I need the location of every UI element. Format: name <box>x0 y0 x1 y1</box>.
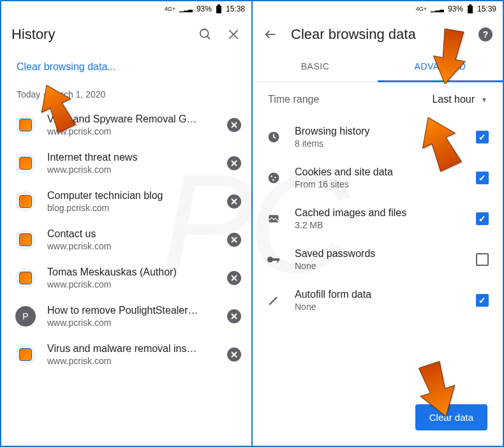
history-item-url: www.pcrisk.com <box>47 318 216 328</box>
favicon <box>15 153 36 173</box>
history-item-url: www.pcrisk.com <box>47 241 216 251</box>
tab-basic[interactable]: BASIC <box>253 52 378 82</box>
history-item[interactable]: PHow to remove PoulightStealer…www.pcris… <box>1 297 251 335</box>
search-icon[interactable] <box>198 27 213 42</box>
option-checkbox[interactable] <box>476 253 489 266</box>
svg-point-26 <box>274 177 276 179</box>
close-icon[interactable] <box>226 27 241 42</box>
history-item[interactable]: Virus and malware removal ins…www.pcrisk… <box>1 335 251 374</box>
favicon <box>15 115 36 135</box>
svg-rect-30 <box>272 258 279 261</box>
svg-point-29 <box>267 256 273 262</box>
status-bar: 4G+ ▁▂▃ 93% 15:38 <box>1 1 251 17</box>
option-title: Cookies and site data <box>295 166 462 178</box>
favicon <box>15 191 36 212</box>
svg-point-24 <box>269 173 279 184</box>
pencil-icon <box>267 294 281 307</box>
history-item-title: Computer technician blog <box>47 190 216 202</box>
svg-rect-1 <box>218 4 220 6</box>
history-item[interactable]: Contact uswww.pcrisk.com <box>1 221 251 259</box>
history-item-title: Internet threat news <box>47 152 216 163</box>
remove-history-item-button[interactable] <box>227 348 241 362</box>
history-list: Virus and Spyware Removal G…www.pcrisk.c… <box>1 106 251 446</box>
battery-icon <box>216 4 222 13</box>
remove-history-item-button[interactable] <box>227 233 241 247</box>
remove-history-item-button[interactable] <box>227 156 241 170</box>
battery-icon <box>467 4 473 13</box>
remove-history-item-button[interactable] <box>227 118 241 132</box>
option-subtitle: None <box>295 302 462 312</box>
cookie-icon <box>267 172 281 184</box>
time-range-value: Last hour <box>432 94 475 105</box>
history-item[interactable]: Tomas Meskauskas (Author)www.pcrisk.com <box>1 259 251 297</box>
option-subtitle: None <box>295 261 462 271</box>
svg-rect-31 <box>278 258 279 262</box>
history-item-url: www.pcrisk.com <box>47 126 216 136</box>
signal-icon: ▁▂▃ <box>179 6 193 12</box>
history-item[interactable]: Computer technician blogblog.pcrisk.com <box>1 182 251 221</box>
clear-option-key[interactable]: Saved passwordsNone <box>253 239 503 280</box>
svg-rect-20 <box>468 6 473 13</box>
clear-data-button[interactable]: Clear data <box>415 404 487 430</box>
chevron-down-icon: ▼ <box>481 96 487 103</box>
clear-option-image[interactable]: Cached images and files3.2 MB <box>253 198 503 239</box>
back-icon[interactable] <box>263 27 278 42</box>
history-item-title: Virus and Spyware Removal G… <box>47 114 216 125</box>
time-range-selector[interactable]: Time range Last hour ▼ <box>253 82 503 117</box>
history-item[interactable]: Virus and Spyware Removal G…www.pcrisk.c… <box>1 106 251 144</box>
status-time: 15:38 <box>226 4 245 13</box>
history-item-title: Tomas Meskauskas (Author) <box>47 267 216 278</box>
history-item-url: blog.pcrisk.com <box>47 203 216 213</box>
option-subtitle: 8 items <box>295 138 462 149</box>
favicon <box>15 230 36 250</box>
clear-option-cookie[interactable]: Cookies and site dataFrom 16 sites <box>253 158 503 198</box>
time-range-label: Time range <box>268 94 432 105</box>
remove-history-item-button[interactable] <box>227 309 241 323</box>
svg-point-27 <box>272 179 274 181</box>
option-checkbox[interactable] <box>476 294 489 307</box>
option-checkbox[interactable] <box>476 212 489 225</box>
svg-rect-21 <box>469 4 471 6</box>
history-date: Today - March 1, 2020 <box>1 82 251 106</box>
status-bar: 4G+ ▁▂▃ 93% 15:39 <box>253 1 503 17</box>
image-icon <box>267 212 281 225</box>
history-item-url: www.pcrisk.com <box>47 279 216 289</box>
option-title: Cached images and files <box>295 207 462 219</box>
clear-option-pencil[interactable]: Autofill form dataNone <box>253 280 503 321</box>
battery-pct: 93% <box>448 4 463 13</box>
tabs: BASIC ADVANCED <box>253 52 503 82</box>
status-time: 15:39 <box>477 4 496 13</box>
remove-history-item-button[interactable] <box>227 194 241 209</box>
history-item[interactable]: Internet threat newswww.pcrisk.com <box>1 144 251 182</box>
help-icon[interactable]: ? <box>478 27 493 41</box>
option-subtitle: 3.2 MB <box>295 220 462 230</box>
option-checkbox[interactable] <box>476 131 489 143</box>
tab-advanced[interactable]: ADVANCED <box>378 52 503 82</box>
favicon: P <box>15 306 36 326</box>
history-item-url: www.pcrisk.com <box>47 165 216 175</box>
remove-history-item-button[interactable] <box>227 271 241 285</box>
svg-line-3 <box>207 36 211 40</box>
signal-icon: ▁▂▃ <box>431 6 444 12</box>
history-header: History <box>1 17 251 52</box>
option-title: Saved passwords <box>295 248 462 260</box>
clock-icon <box>267 131 281 143</box>
history-screen: 4G+ ▁▂▃ 93% 15:38 History Clear browsing… <box>1 1 251 446</box>
history-item-title: Virus and malware removal ins… <box>47 343 216 355</box>
clear-option-clock[interactable]: Browsing history8 items <box>253 117 503 158</box>
history-item-title: How to remove PoulightStealer… <box>47 305 216 316</box>
clear-data-screen: 4G+ ▁▂▃ 93% 15:39 Clear browsing data ? … <box>253 1 503 446</box>
svg-point-25 <box>271 175 272 177</box>
svg-point-2 <box>200 29 209 38</box>
option-title: Browsing history <box>295 126 462 137</box>
history-item-title: Contact us <box>47 228 216 240</box>
svg-rect-0 <box>216 6 221 13</box>
option-checkbox[interactable] <box>476 172 489 184</box>
options-list: Browsing history8 itemsCookies and site … <box>253 117 503 321</box>
option-subtitle: From 16 sites <box>295 179 462 189</box>
clear-browsing-data-link[interactable]: Clear browsing data... <box>1 52 251 82</box>
favicon <box>15 344 36 365</box>
battery-pct: 93% <box>196 4 212 13</box>
history-item-url: www.pcrisk.com <box>47 356 216 366</box>
page-title: History <box>11 26 185 43</box>
